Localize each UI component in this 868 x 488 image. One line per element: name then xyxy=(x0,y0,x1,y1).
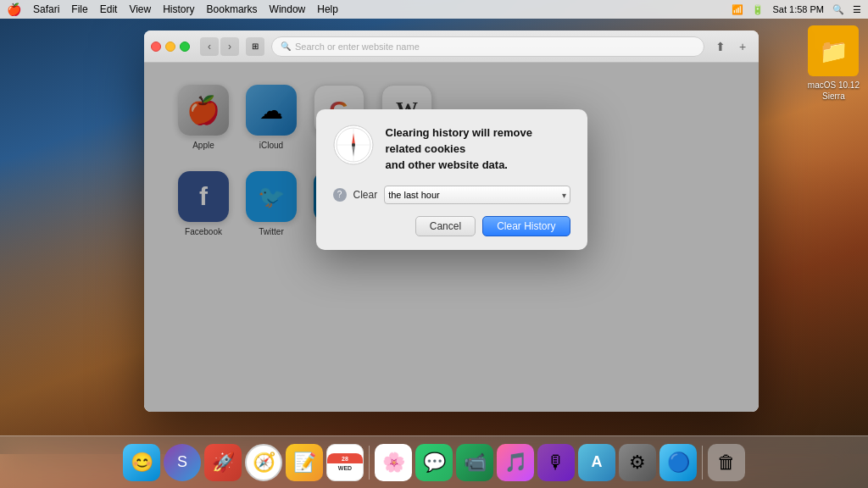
dock-item-facetime[interactable]: 📹 xyxy=(456,444,493,481)
dock-item-finder[interactable]: 😊 xyxy=(123,444,160,481)
safari-window: ‹ › ⊞ 🔍 Search or enter website name ⬆ +… xyxy=(144,30,759,412)
dock-item-photos[interactable]: 🌸 xyxy=(375,444,412,481)
close-button[interactable] xyxy=(151,42,161,52)
dock-item-messages[interactable]: 💬 xyxy=(415,444,453,481)
dock-item-siri[interactable]: S xyxy=(164,444,201,481)
maximize-button[interactable] xyxy=(180,42,190,52)
help-button[interactable]: ? xyxy=(333,188,347,202)
dock-item-sysprefs[interactable]: ⚙ xyxy=(619,444,656,481)
menubar-left: 🍎 Safari File Edit View History Bookmark… xyxy=(7,3,338,16)
dock-item-calendar[interactable]: 28 WED xyxy=(326,444,364,481)
dock-item-itunes[interactable]: 🎵 xyxy=(497,444,534,481)
apple-menu[interactable]: 🍎 xyxy=(7,3,21,16)
menu-edit[interactable]: Edit xyxy=(100,3,118,15)
back-button[interactable]: ‹ xyxy=(200,37,219,56)
menu-window[interactable]: Window xyxy=(270,3,306,15)
dock-item-finder2[interactable]: 🔵 xyxy=(659,444,697,481)
window-controls xyxy=(151,42,190,52)
cancel-button[interactable]: Cancel xyxy=(415,216,476,236)
battery-icon: 🔋 xyxy=(752,4,764,15)
dock-item-trash[interactable]: 🗑 xyxy=(708,444,745,481)
dialog-text: Clearing history will remove related coo… xyxy=(386,125,570,174)
time-select[interactable]: the last hour today today and yesterday … xyxy=(384,186,570,204)
dialog-title: Clearing history will remove related coo… xyxy=(386,126,532,171)
dialog-buttons: Cancel Clear History xyxy=(333,216,570,236)
menu-view[interactable]: View xyxy=(129,3,151,15)
desktop: 🍎 Safari File Edit View History Bookmark… xyxy=(0,0,868,488)
notificationcenter-icon[interactable]: ☰ xyxy=(853,4,861,15)
clear-label: Clear xyxy=(353,189,378,201)
dialog-safari-icon xyxy=(333,125,374,165)
minimize-button[interactable] xyxy=(165,42,175,52)
app-name[interactable]: Safari xyxy=(33,3,59,15)
menu-bookmarks[interactable]: Bookmarks xyxy=(207,3,258,15)
dialog-header: Clearing history will remove related coo… xyxy=(333,125,570,174)
menu-file[interactable]: File xyxy=(71,3,87,15)
datetime: Sat 1:58 PM xyxy=(772,4,824,14)
spotlight-icon[interactable]: 🔍 xyxy=(832,4,844,15)
dialog-overlay: Clearing history will remove related coo… xyxy=(144,63,759,412)
dock-item-appstore[interactable]: A xyxy=(578,444,615,481)
search-icon: 🔍 xyxy=(281,42,291,51)
tabs-button[interactable]: ⊞ xyxy=(246,37,264,56)
folder-icon: 📁 xyxy=(819,37,849,65)
time-select-wrapper: the last hour today today and yesterday … xyxy=(384,186,570,204)
safari-actions: ⬆ + xyxy=(711,37,752,56)
dock-separator xyxy=(369,446,370,480)
dock: 😊 S 🚀 🧭 📝 28 WED 🌸 xyxy=(0,435,868,488)
forward-button[interactable]: › xyxy=(220,37,239,56)
dock-item-launchpad[interactable]: 🚀 xyxy=(204,444,242,481)
menubar: 🍎 Safari File Edit View History Bookmark… xyxy=(0,0,868,19)
dock-item-notes[interactable]: 📝 xyxy=(286,444,323,481)
new-tab-button[interactable]: + xyxy=(733,37,752,56)
nav-buttons: ‹ › xyxy=(200,37,239,56)
dock-separator2 xyxy=(702,446,703,480)
svg-point-6 xyxy=(352,143,355,147)
dialog-time-row: ? Clear the last hour today today and ye… xyxy=(333,186,570,204)
address-bar[interactable]: 🔍 Search or enter website name xyxy=(271,36,704,57)
file-icon-image: 📁 xyxy=(808,25,859,76)
safari-content: 🍎 Apple ☁ iCloud G Google xyxy=(144,63,759,412)
wifi-icon: 📶 xyxy=(732,4,743,15)
menu-history[interactable]: History xyxy=(163,3,194,15)
menu-help[interactable]: Help xyxy=(317,3,338,15)
dock-item-podcasts[interactable]: 🎙 xyxy=(537,444,575,481)
address-placeholder: Search or enter website name xyxy=(295,42,420,52)
safari-titlebar: ‹ › ⊞ 🔍 Search or enter website name ⬆ + xyxy=(144,30,759,63)
desktop-file-icon[interactable]: 📁 macOS 10.12Sierra xyxy=(808,25,860,102)
menubar-right: 📶 🔋 Sat 1:58 PM 🔍 ☰ xyxy=(732,4,861,15)
clear-history-dialog: Clearing history will remove related coo… xyxy=(316,109,587,250)
desktop-file-label: macOS 10.12Sierra xyxy=(808,80,860,102)
clear-history-button[interactable]: Clear History xyxy=(482,216,570,236)
dock-item-safari[interactable]: 🧭 xyxy=(245,444,282,481)
share-button[interactable]: ⬆ xyxy=(711,37,730,56)
